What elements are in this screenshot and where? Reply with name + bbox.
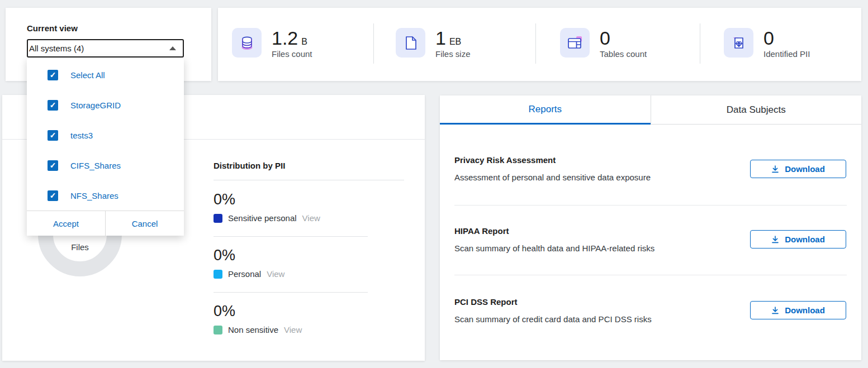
stat-divider [535,23,536,64]
non-sensitive-swatch [214,326,222,334]
chevron-up-icon [169,46,176,50]
donut-label: Files [71,242,89,252]
legend-row-non-sensitive: Non sensitive View [214,325,302,334]
checkbox-checked-icon[interactable]: ✓ [48,70,58,80]
pci-dss-report-desc: Scan summary of credit card data and PCI… [454,314,652,324]
sensitive-personal-swatch [214,214,222,223]
divider [214,236,368,237]
personal-view-link[interactable]: View [267,269,284,279]
stat-files-size: 1 EB Files size [396,28,471,59]
tables-count-value: 0 [600,28,610,48]
divider [214,180,404,180]
personal-label: Personal [228,269,261,279]
download-label: Download [785,235,825,244]
reports-panel: Reports Data Subjects Privacy Risk Asses… [440,95,861,360]
identified-pii-value: 0 [763,28,774,48]
non-sensitive-label: Non sensitive [228,325,278,334]
privacy-risk-assessment-desc: Assessment of personal and sensitive dat… [454,173,651,182]
hipaa-report-desc: Scan summary of health data and HIPAA-re… [454,243,654,253]
checkbox-checked-icon[interactable]: ✓ [48,100,58,111]
download-icon [771,236,779,243]
checkbox-checked-icon[interactable]: ✓ [48,190,58,201]
sensitive-personal-label: Sensitive personal [228,213,297,223]
dropdown-item-cifs-shares[interactable]: ✓ CIFS_Shares [48,160,121,171]
dropdown-item-select-all[interactable]: ✓ Select All [48,70,105,80]
stat-files-count: 1.2 B Files count [232,28,312,59]
stat-tables-count: 0 Tables count [560,28,647,59]
files-size-unit: EB [449,37,461,47]
divider [454,205,847,205]
legend-row-sensitive-personal: Sensitive personal View [214,213,320,223]
download-icon [771,307,779,314]
stat-divider [373,23,374,64]
dropdown-item-label: Select All [70,70,105,80]
files-size-value: 1 [435,28,446,48]
tables-count-label: Tables count [600,49,647,59]
dropdown-item-label: tests3 [70,131,93,140]
stat-divider [700,23,700,64]
download-pci-dss-button[interactable]: Download [750,301,846,319]
checkbox-checked-icon[interactable]: ✓ [48,160,58,171]
download-label: Download [785,305,825,315]
diamond-document-icon [724,28,753,58]
divider [454,275,847,275]
legend-row-personal: Personal View [214,269,284,279]
non-sensitive-view-link[interactable]: View [284,325,302,334]
non-sensitive-percent: 0% [214,303,235,320]
current-view-label: Current view [27,23,78,33]
dropdown-item-tests3[interactable]: ✓ tests3 [48,130,93,141]
pci-dss-report-title: PCI DSS Report [454,297,518,307]
cancel-button[interactable]: Cancel [106,211,184,236]
dropdown-footer: Accept Cancel [27,211,184,236]
stat-identified-pii: 0 Identified PII [724,28,810,59]
files-size-label: Files size [435,49,471,59]
systems-select-value: All systems (4) [29,44,84,53]
files-count-label: Files count [272,49,312,59]
sensitive-personal-percent: 0% [214,191,235,208]
tab-reports[interactable]: Reports [440,95,651,125]
database-icon [232,28,262,58]
dropdown-item-label: CIFS_Shares [70,161,121,170]
personal-swatch [214,270,222,279]
tab-data-subjects[interactable]: Data Subjects [651,95,862,125]
distribution-title: Distribution by PII [214,161,285,170]
systems-dropdown-popup: ✓ Select All ✓ StorageGRID ✓ tests3 ✓ CI… [27,58,184,236]
dropdown-item-label: StorageGRID [70,101,121,110]
identified-pii-label: Identified PII [763,49,810,59]
files-count-unit: B [301,37,307,47]
download-label: Download [785,164,825,174]
files-count-value: 1.2 [272,28,298,48]
personal-percent: 0% [214,247,235,264]
summary-stats-card: 1.2 B Files count 1 EB Files size [218,8,861,81]
download-hipaa-button[interactable]: Download [750,230,846,248]
download-icon [771,165,779,173]
dropdown-item-storagegrid[interactable]: ✓ StorageGRID [48,100,121,111]
checkbox-checked-icon[interactable]: ✓ [48,130,58,141]
accept-button[interactable]: Accept [27,211,106,236]
dropdown-item-nfs-shares[interactable]: ✓ NFS_Shares [48,190,118,201]
table-icon [560,28,590,58]
dropdown-item-label: NFS_Shares [70,191,118,200]
document-icon [396,28,425,58]
reports-tabs: Reports Data Subjects [440,95,861,125]
systems-select[interactable]: All systems (4) [27,39,184,58]
divider [214,292,368,293]
sensitive-personal-view-link[interactable]: View [302,213,320,223]
download-privacy-risk-button[interactable]: Download [750,160,846,178]
privacy-risk-assessment-title: Privacy Risk Assessment [454,155,556,165]
hipaa-report-title: HIPAA Report [454,226,509,236]
